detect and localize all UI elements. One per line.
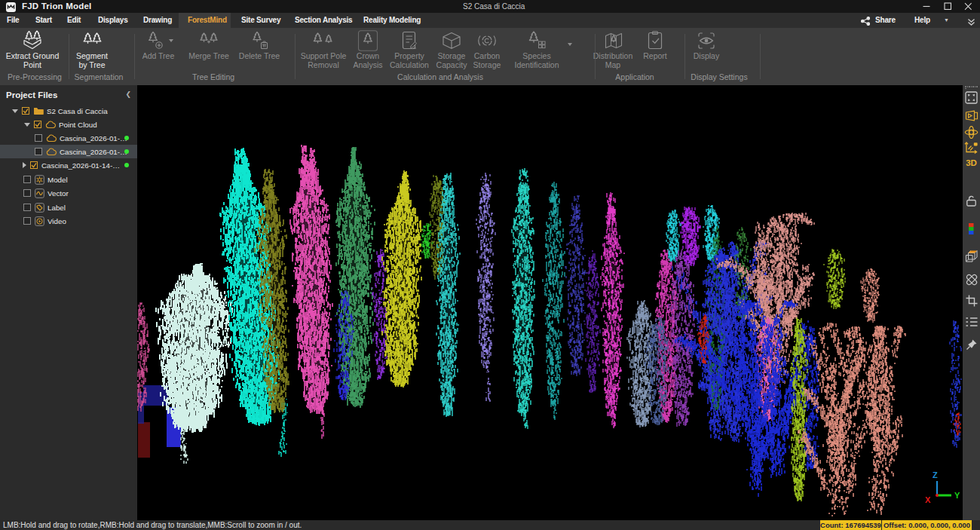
svg-text:Z: Z xyxy=(933,470,938,479)
svg-text:Y: Y xyxy=(954,491,960,500)
svg-text:X: X xyxy=(925,495,931,504)
